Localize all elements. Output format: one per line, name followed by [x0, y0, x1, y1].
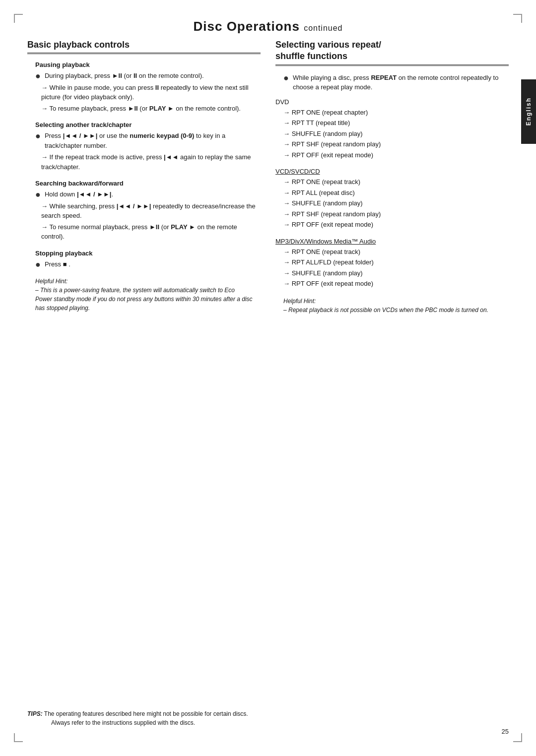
selecting-section: Selecting another track/chapter ● Press … [27, 121, 261, 172]
bullet-icon-2: ● [35, 131, 41, 140]
vcd-item-2: RPT ALL (repeat disc) [275, 188, 509, 198]
corner-mark-bl [14, 733, 23, 742]
pausing-bullet-text: During playback, press ►II (or II on the… [45, 71, 261, 81]
dvd-item-2: RPT TT (repeat title) [275, 118, 509, 128]
right-column: Selecting various repeat/ shuffle functi… [275, 39, 509, 319]
vcd-item-1: RPT ONE (repeat track) [275, 177, 509, 187]
right-helpful-hint: Helpful Hint: – Repeat playback is not p… [283, 297, 501, 315]
stopping-heading: Stopping playback [35, 250, 261, 257]
searching-section: Searching backward/forward ● Hold down |… [27, 180, 261, 242]
right-intro-bullet: ● While playing a disc, press REPEAT on … [275, 73, 509, 92]
mp3-item-2: RPT ALL/FLD (repeat folder) [275, 257, 509, 267]
stopping-section: Stopping playback ● Press ■ . [27, 250, 261, 269]
dvd-item-5: RPT OFF (exit repeat mode) [275, 150, 509, 160]
tips-label: TIPS: [27, 710, 43, 717]
searching-arrow-1: → While searching, press |◄◄ / ►►| repea… [27, 201, 261, 221]
selecting-bullet: ● Press |◄◄ / ►►| or use the numeric key… [27, 131, 261, 150]
pausing-bullet: ● During playback, press ►II (or II on t… [27, 71, 261, 81]
selecting-arrow-1: → If the repeat track mode is active, pr… [27, 152, 261, 172]
stopping-bullet: ● Press ■ . [27, 259, 261, 269]
mp3-item-3: SHUFFLE (random play) [275, 268, 509, 278]
searching-bullet: ● Hold down |◄◄ / ►►|. [27, 189, 261, 199]
footer-tips: TIPS: The operating features described h… [27, 709, 509, 727]
right-intro-text: While playing a disc, press REPEAT on th… [293, 73, 509, 92]
left-helpful-hint: Helpful Hint: – This is a power-saving f… [35, 277, 253, 313]
mp3-category: MP3/DivX/Windows Media™ Audio RPT ONE (r… [275, 238, 509, 289]
left-section-heading: Basic playback controls [27, 39, 261, 54]
searching-bullet-text: Hold down |◄◄ / ►►|. [45, 189, 261, 199]
bullet-icon-5: ● [283, 73, 289, 82]
language-tab: English [521, 79, 536, 144]
vcd-item-4: RPT SHF (repeat random play) [275, 209, 509, 219]
corner-mark-tl [14, 14, 23, 23]
mp3-item-4: RPT OFF (exit repeat mode) [275, 279, 509, 289]
page-title-suffix: continued [304, 24, 342, 32]
left-hint-label: Helpful Hint: [35, 278, 67, 285]
page: English Disc Operations continued Basic … [0, 0, 536, 756]
vcd-item-3: SHUFFLE (random play) [275, 198, 509, 208]
page-number: 25 [502, 728, 509, 735]
right-hint-text: – Repeat playback is not possible on VCD… [283, 307, 488, 314]
searching-arrow-2: → To resume normal playback, press ►II (… [27, 222, 261, 242]
corner-mark-br [513, 733, 522, 742]
pausing-arrow-1: → While in pause mode, you can press II … [27, 83, 261, 102]
selecting-bullet-text: Press |◄◄ / ►►| or use the numeric keypa… [45, 131, 261, 150]
left-column: Basic playback controls Pausing playback… [27, 39, 261, 319]
bullet-icon-4: ● [35, 260, 41, 269]
searching-heading: Searching backward/forward [35, 180, 261, 187]
dvd-item-1: RPT ONE (repeat chapter) [275, 108, 509, 118]
content-area: Basic playback controls Pausing playback… [0, 39, 536, 319]
left-hint-text: – This is a power-saving feature, the sy… [35, 287, 253, 312]
vcd-label: VCD/SVCD/CD [275, 168, 509, 175]
vcd-category: VCD/SVCD/CD RPT ONE (repeat track) RPT A… [275, 168, 509, 230]
language-tab-label: English [525, 97, 532, 126]
dvd-category: DVD RPT ONE (repeat chapter) RPT TT (rep… [275, 98, 509, 160]
stopping-bullet-text: Press ■ . [45, 259, 261, 269]
right-hint-label: Helpful Hint: [283, 298, 316, 305]
page-header: Disc Operations continued [0, 0, 536, 39]
vcd-item-5: RPT OFF (exit repeat mode) [275, 220, 509, 230]
mp3-label: MP3/DivX/Windows Media™ Audio [275, 238, 509, 245]
right-section-heading: Selecting various repeat/ shuffle functi… [275, 39, 509, 66]
pausing-heading: Pausing playback [35, 61, 261, 68]
dvd-item-3: SHUFFLE (random play) [275, 129, 509, 139]
mp3-item-1: RPT ONE (repeat track) [275, 247, 509, 257]
corner-mark-tr [513, 14, 522, 23]
selecting-heading: Selecting another track/chapter [35, 121, 261, 128]
bullet-icon-3: ● [35, 190, 41, 199]
dvd-label: DVD [275, 98, 509, 106]
bullet-icon: ● [35, 71, 41, 80]
pausing-arrow-2: → To resume playback, press ►II (or PLAY… [27, 104, 261, 114]
tips-text-1: The operating features described here mi… [44, 710, 248, 717]
tips-text-2: Always refer to the instructions supplie… [27, 719, 195, 726]
dvd-item-4: RPT SHF (repeat random play) [275, 139, 509, 149]
page-title: Disc Operations [193, 19, 299, 34]
pausing-section: Pausing playback ● During playback, pres… [27, 61, 261, 113]
